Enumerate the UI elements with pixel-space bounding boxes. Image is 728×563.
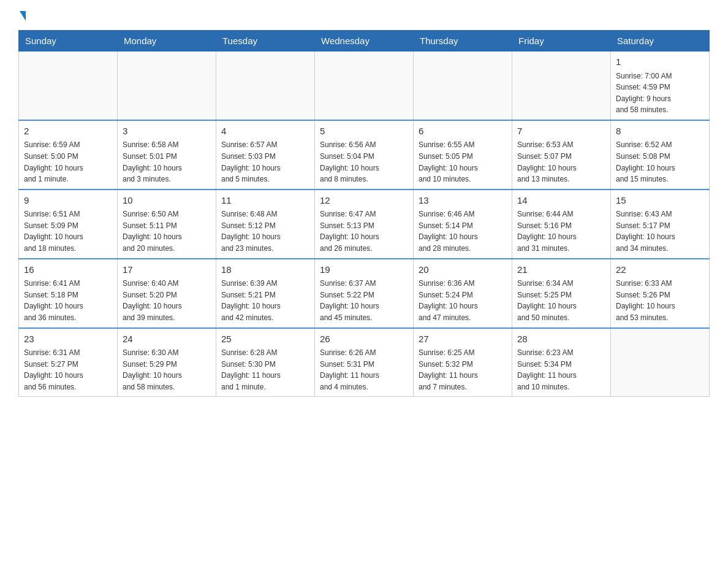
day-number: 19	[320, 263, 408, 277]
day-number: 14	[517, 194, 605, 208]
weekday-header-row: SundayMondayTuesdayWednesdayThursdayFrid…	[19, 31, 710, 52]
day-number: 24	[123, 332, 211, 347]
calendar-cell: 1Sunrise: 7:00 AM Sunset: 4:59 PM Daylig…	[611, 52, 710, 120]
day-number: 2	[24, 124, 112, 139]
day-number: 10	[123, 194, 211, 208]
calendar-cell: 13Sunrise: 6:46 AM Sunset: 5:14 PM Dayli…	[414, 190, 512, 259]
calendar-cell	[512, 52, 611, 120]
day-number: 13	[419, 194, 507, 208]
day-info: Sunrise: 6:25 AM Sunset: 5:32 PM Dayligh…	[419, 347, 507, 393]
calendar-cell: 24Sunrise: 6:30 AM Sunset: 5:29 PM Dayli…	[118, 328, 216, 397]
day-number: 25	[221, 332, 309, 347]
calendar-cell: 5Sunrise: 6:56 AM Sunset: 5:04 PM Daylig…	[315, 120, 414, 190]
calendar-cell	[414, 52, 512, 120]
calendar-week-row: 9Sunrise: 6:51 AM Sunset: 5:09 PM Daylig…	[19, 190, 710, 259]
calendar-cell: 12Sunrise: 6:47 AM Sunset: 5:13 PM Dayli…	[315, 190, 414, 259]
day-number: 21	[517, 263, 605, 277]
day-info: Sunrise: 6:34 AM Sunset: 5:25 PM Dayligh…	[517, 278, 605, 323]
day-info: Sunrise: 6:30 AM Sunset: 5:29 PM Dayligh…	[123, 347, 211, 393]
day-info: Sunrise: 6:37 AM Sunset: 5:22 PM Dayligh…	[320, 278, 408, 323]
day-info: Sunrise: 6:50 AM Sunset: 5:11 PM Dayligh…	[123, 209, 211, 254]
calendar-cell: 14Sunrise: 6:44 AM Sunset: 5:16 PM Dayli…	[512, 190, 611, 259]
weekday-header-saturday: Saturday	[611, 31, 710, 52]
calendar-week-row: 16Sunrise: 6:41 AM Sunset: 5:18 PM Dayli…	[19, 259, 710, 328]
calendar-cell	[118, 52, 216, 120]
weekday-header-monday: Monday	[118, 31, 216, 52]
day-number: 22	[616, 263, 704, 277]
day-info: Sunrise: 6:55 AM Sunset: 5:05 PM Dayligh…	[419, 139, 507, 185]
day-info: Sunrise: 6:47 AM Sunset: 5:13 PM Dayligh…	[320, 209, 408, 254]
day-number: 20	[419, 263, 507, 277]
calendar-cell: 11Sunrise: 6:48 AM Sunset: 5:12 PM Dayli…	[216, 190, 315, 259]
day-info: Sunrise: 6:48 AM Sunset: 5:12 PM Dayligh…	[221, 209, 309, 254]
calendar-cell	[216, 52, 315, 120]
calendar-cell: 16Sunrise: 6:41 AM Sunset: 5:18 PM Dayli…	[19, 259, 118, 328]
day-number: 11	[221, 194, 309, 208]
day-number: 17	[123, 263, 211, 277]
weekday-header-wednesday: Wednesday	[315, 31, 414, 52]
day-info: Sunrise: 6:41 AM Sunset: 5:18 PM Dayligh…	[24, 278, 112, 323]
calendar-week-row: 1Sunrise: 7:00 AM Sunset: 4:59 PM Daylig…	[19, 52, 710, 120]
day-info: Sunrise: 6:40 AM Sunset: 5:20 PM Dayligh…	[123, 278, 211, 323]
day-info: Sunrise: 6:36 AM Sunset: 5:24 PM Dayligh…	[419, 278, 507, 323]
day-number: 16	[24, 263, 112, 277]
day-number: 7	[517, 124, 605, 139]
calendar-cell: 28Sunrise: 6:23 AM Sunset: 5:34 PM Dayli…	[512, 328, 611, 397]
page-header	[18, 12, 710, 21]
calendar-cell: 27Sunrise: 6:25 AM Sunset: 5:32 PM Dayli…	[414, 328, 512, 397]
day-info: Sunrise: 6:59 AM Sunset: 5:00 PM Dayligh…	[24, 139, 112, 185]
day-info: Sunrise: 6:28 AM Sunset: 5:30 PM Dayligh…	[221, 347, 309, 393]
calendar-cell: 9Sunrise: 6:51 AM Sunset: 5:09 PM Daylig…	[19, 190, 118, 259]
weekday-header-sunday: Sunday	[19, 31, 118, 52]
day-info: Sunrise: 6:57 AM Sunset: 5:03 PM Dayligh…	[221, 139, 309, 185]
calendar-cell: 19Sunrise: 6:37 AM Sunset: 5:22 PM Dayli…	[315, 259, 414, 328]
calendar-cell: 4Sunrise: 6:57 AM Sunset: 5:03 PM Daylig…	[216, 120, 315, 190]
calendar-cell: 23Sunrise: 6:31 AM Sunset: 5:27 PM Dayli…	[19, 328, 118, 397]
day-info: Sunrise: 6:43 AM Sunset: 5:17 PM Dayligh…	[616, 209, 704, 254]
day-info: Sunrise: 6:44 AM Sunset: 5:16 PM Dayligh…	[517, 209, 605, 254]
day-number: 26	[320, 332, 408, 347]
calendar-cell: 18Sunrise: 6:39 AM Sunset: 5:21 PM Dayli…	[216, 259, 315, 328]
calendar-cell	[611, 328, 710, 397]
calendar-cell: 22Sunrise: 6:33 AM Sunset: 5:26 PM Dayli…	[611, 259, 710, 328]
weekday-header-tuesday: Tuesday	[216, 31, 315, 52]
day-number: 15	[616, 194, 704, 208]
day-number: 28	[517, 332, 605, 347]
day-info: Sunrise: 6:56 AM Sunset: 5:04 PM Dayligh…	[320, 139, 408, 185]
calendar-cell	[315, 52, 414, 120]
day-info: Sunrise: 6:26 AM Sunset: 5:31 PM Dayligh…	[320, 347, 408, 393]
day-number: 9	[24, 194, 112, 208]
day-info: Sunrise: 6:33 AM Sunset: 5:26 PM Dayligh…	[616, 278, 704, 323]
day-number: 27	[419, 332, 507, 347]
calendar-cell: 6Sunrise: 6:55 AM Sunset: 5:05 PM Daylig…	[414, 120, 512, 190]
day-number: 3	[123, 124, 211, 139]
calendar-cell: 8Sunrise: 6:52 AM Sunset: 5:08 PM Daylig…	[611, 120, 710, 190]
day-info: Sunrise: 6:31 AM Sunset: 5:27 PM Dayligh…	[24, 347, 112, 393]
day-info: Sunrise: 7:00 AM Sunset: 4:59 PM Dayligh…	[616, 71, 704, 116]
day-number: 8	[616, 124, 704, 139]
day-number: 6	[419, 124, 507, 139]
calendar-cell: 21Sunrise: 6:34 AM Sunset: 5:25 PM Dayli…	[512, 259, 611, 328]
calendar-cell: 20Sunrise: 6:36 AM Sunset: 5:24 PM Dayli…	[414, 259, 512, 328]
weekday-header-thursday: Thursday	[414, 31, 512, 52]
day-info: Sunrise: 6:51 AM Sunset: 5:09 PM Dayligh…	[24, 209, 112, 254]
weekday-header-friday: Friday	[512, 31, 611, 52]
day-number: 18	[221, 263, 309, 277]
day-number: 23	[24, 332, 112, 347]
day-number: 4	[221, 124, 309, 139]
day-info: Sunrise: 6:46 AM Sunset: 5:14 PM Dayligh…	[419, 209, 507, 254]
calendar-table: SundayMondayTuesdayWednesdayThursdayFrid…	[18, 30, 710, 397]
day-info: Sunrise: 6:23 AM Sunset: 5:34 PM Dayligh…	[517, 347, 605, 393]
calendar-cell: 3Sunrise: 6:58 AM Sunset: 5:01 PM Daylig…	[118, 120, 216, 190]
calendar-cell: 26Sunrise: 6:26 AM Sunset: 5:31 PM Dayli…	[315, 328, 414, 397]
calendar-cell: 15Sunrise: 6:43 AM Sunset: 5:17 PM Dayli…	[611, 190, 710, 259]
day-info: Sunrise: 6:52 AM Sunset: 5:08 PM Dayligh…	[616, 139, 704, 185]
calendar-week-row: 23Sunrise: 6:31 AM Sunset: 5:27 PM Dayli…	[19, 328, 710, 397]
calendar-cell: 17Sunrise: 6:40 AM Sunset: 5:20 PM Dayli…	[118, 259, 216, 328]
day-number: 1	[616, 55, 704, 69]
day-info: Sunrise: 6:58 AM Sunset: 5:01 PM Dayligh…	[123, 139, 211, 185]
day-number: 5	[320, 124, 408, 139]
logo	[18, 12, 26, 21]
calendar-cell	[19, 52, 118, 120]
calendar-cell: 25Sunrise: 6:28 AM Sunset: 5:30 PM Dayli…	[216, 328, 315, 397]
